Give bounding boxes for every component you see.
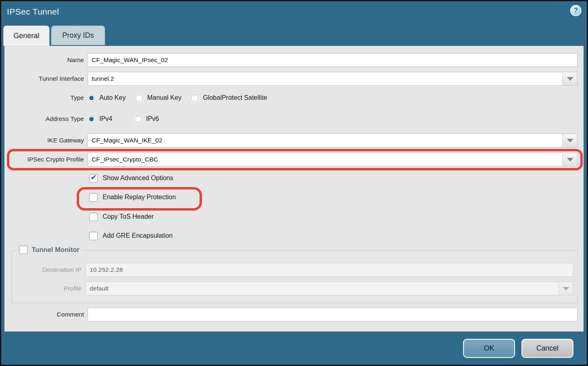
tab-bar: General Proxy IDs — [3, 26, 105, 46]
ike-gateway-row: IKE Gateway — [4, 133, 584, 147]
tab-proxy-ids[interactable]: Proxy IDs — [51, 26, 105, 45]
radio-manual-key[interactable]: Manual Key — [135, 94, 191, 102]
dialog-footer: OK Cancel — [1, 332, 587, 365]
profile-row: Profile — [12, 282, 577, 295]
chevron-down-icon — [567, 158, 573, 161]
checkbox-enable-replay-protection[interactable]: Enable Replay Protection — [89, 192, 176, 202]
radio-icon — [134, 115, 142, 123]
ike-gateway-dropdown-button[interactable] — [563, 133, 577, 147]
ipsec-tunnel-dialog: IPSec Tunnel ? General Proxy IDs Name Tu… — [0, 0, 588, 366]
radio-icon — [88, 94, 95, 102]
checkbox-icon — [89, 232, 98, 240]
address-type-label: Address Type — [4, 115, 84, 123]
chevron-down-icon — [563, 287, 569, 291]
name-row: Name — [4, 53, 584, 67]
comment-input[interactable] — [88, 308, 577, 321]
profile-input — [86, 282, 559, 295]
radio-icon — [191, 94, 199, 102]
name-label: Name — [4, 56, 84, 64]
ipsec-crypto-profile-label: IPSec Crypto Profile — [4, 156, 84, 163]
comment-label: Comment — [4, 311, 84, 318]
checkbox-add-gre-encapsulation[interactable]: Add GRE Encapsulation — [89, 230, 173, 241]
destination-ip-label: Destination IP — [12, 266, 82, 273]
chevron-down-icon — [567, 139, 573, 142]
radio-icon — [135, 94, 143, 102]
ike-gateway-label: IKE Gateway — [4, 137, 84, 144]
radio-ipv4[interactable]: IPv4 — [88, 115, 134, 123]
radio-ipv6[interactable]: IPv6 — [134, 115, 169, 123]
tunnel-interface-row: Tunnel Interface — [4, 72, 584, 86]
checkbox-icon — [89, 213, 98, 221]
help-icon[interactable]: ? — [570, 5, 582, 16]
type-row: Type Auto Key Manual Key GlobalProtect S… — [4, 92, 584, 103]
ipsec-crypto-profile-row: IPSec Crypto Profile — [4, 153, 584, 166]
radio-auto-key[interactable]: Auto Key — [88, 94, 135, 102]
checkbox-icon — [19, 245, 28, 254]
ike-gateway-input[interactable] — [88, 133, 563, 147]
address-type-radio-group: IPv4 IPv6 — [88, 115, 169, 123]
titlebar: IPSec Tunnel ? — [1, 1, 587, 26]
profile-label: Profile — [12, 285, 82, 292]
type-label: Type — [4, 94, 84, 101]
tab-general[interactable]: General — [3, 26, 49, 46]
checkbox-tunnel-monitor[interactable]: Tunnel Monitor — [16, 245, 82, 254]
checkbox-icon — [89, 193, 98, 202]
profile-dropdown-button — [559, 282, 573, 295]
dialog-title: IPSec Tunnel — [7, 7, 59, 17]
chevron-down-icon — [567, 77, 573, 81]
checkbox-copy-tos-header[interactable]: Copy ToS Header — [89, 211, 154, 222]
ipsec-crypto-profile-dropdown-button[interactable] — [563, 153, 577, 166]
tunnel-monitor-fieldset: Tunnel Monitor Destination IP Profile — [11, 250, 578, 303]
destination-ip-input — [86, 263, 573, 277]
radio-icon — [88, 115, 95, 123]
tunnel-interface-dropdown-button[interactable] — [563, 72, 577, 86]
address-type-row: Address Type IPv4 IPv6 — [4, 113, 584, 125]
type-radio-group: Auto Key Manual Key GlobalProtect Satell… — [88, 94, 277, 102]
tunnel-interface-label: Tunnel Interface — [4, 75, 84, 82]
ok-button[interactable]: OK — [463, 339, 515, 358]
checkbox-show-advanced-options[interactable]: Show Advanced Options — [89, 173, 173, 183]
general-tab-panel: Name Tunnel Interface Type Auto Key — [4, 46, 584, 333]
ipsec-crypto-profile-input[interactable] — [88, 153, 563, 166]
destination-ip-row: Destination IP — [12, 263, 577, 277]
checkbox-icon — [89, 174, 98, 183]
cancel-button[interactable]: Cancel — [521, 339, 573, 358]
radio-globalprotect-satellite[interactable]: GlobalProtect Satellite — [191, 94, 277, 102]
comment-row: Comment — [4, 308, 584, 321]
name-input[interactable] — [88, 53, 577, 67]
tunnel-interface-input[interactable] — [88, 72, 563, 86]
